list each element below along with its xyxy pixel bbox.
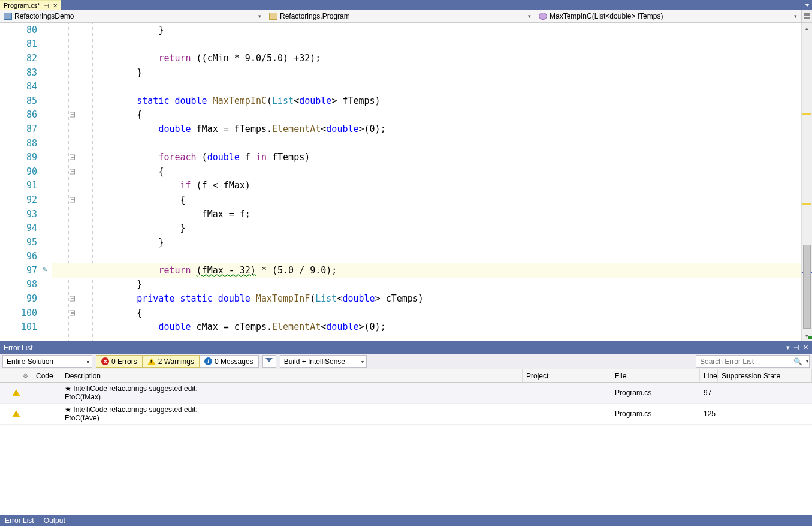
col-project[interactable]: Project	[523, 369, 611, 382]
line-number: 87	[0, 122, 52, 136]
fold-icon[interactable]	[70, 112, 75, 118]
scrollbar[interactable]: ▴ ▾	[801, 23, 812, 341]
code-line[interactable]: }	[52, 23, 801, 37]
code-line[interactable]	[52, 136, 801, 151]
code-line[interactable]: private static double MaxTempInF(List<do…	[52, 291, 801, 306]
error-list-toolbar: Entire Solution ▾ ✕ 0 Errors 2 Warnings …	[0, 354, 812, 369]
tab-overflow[interactable]	[805, 0, 812, 10]
scroll-up-icon[interactable]: ▴	[802, 23, 812, 33]
code-line[interactable]: double fMax = fTemps.ElementAt<double>(0…	[52, 122, 801, 136]
line-number: 92	[0, 193, 52, 207]
pin-icon[interactable]: ⊣	[44, 2, 49, 9]
line-number: 97✎	[0, 263, 52, 278]
code-line[interactable]: static double MaxTempInC(List<double> fT…	[52, 94, 801, 108]
line-number: 80	[0, 23, 52, 37]
error-search[interactable]: 🔍 ▾	[696, 355, 810, 368]
file-tab-program[interactable]: Program.cs* ⊣ ✕	[0, 0, 61, 10]
fold-icon[interactable]	[70, 155, 75, 160]
tab-output[interactable]: Output	[39, 516, 70, 525]
code-line[interactable]: {	[52, 108, 801, 122]
code-line[interactable]: }	[52, 221, 801, 235]
namespace-dropdown[interactable]: RefactoringsDemo ▾	[0, 10, 265, 22]
code-line[interactable]: if (f < fMax)	[52, 179, 801, 193]
error-row[interactable]: ★ IntelliCode refactorings suggested edi…	[0, 404, 812, 425]
code-line[interactable]: {	[52, 193, 801, 207]
file-tab-label: Program.cs*	[4, 2, 40, 9]
col-code[interactable]: Code	[32, 369, 61, 382]
line-number: 101	[0, 320, 52, 334]
warnings-filter-button[interactable]: 2 Warnings	[143, 355, 200, 368]
fold-icon[interactable]	[70, 296, 75, 302]
error-file: Program.cs	[611, 387, 700, 399]
filter-button[interactable]	[262, 355, 276, 368]
line-number: 93	[0, 207, 52, 221]
line-number: 82	[0, 51, 52, 65]
col-description[interactable]: Description	[61, 369, 523, 382]
code-line[interactable]	[52, 250, 801, 264]
code-line[interactable]: }	[52, 235, 801, 250]
split-toggle[interactable]	[801, 10, 812, 22]
line-number: 90	[0, 164, 52, 179]
col-icon[interactable]: ⚙	[0, 369, 32, 382]
line-number: 99	[0, 291, 52, 306]
code-editor[interactable]: 808182838485868788899091929394959697✎989…	[0, 23, 812, 341]
method-dropdown[interactable]: MaxTempInC(List<double> fTemps) ▾	[535, 10, 801, 22]
messages-filter-button[interactable]: i 0 Messages	[200, 355, 259, 368]
window-menu-icon[interactable]: ▾	[786, 344, 790, 351]
info-icon: i	[204, 357, 212, 365]
warning-icon	[12, 389, 20, 396]
chevron-down-icon: ▾	[528, 13, 531, 19]
code-area[interactable]: } return ((cMin * 9.0/5.0) +32); } stati…	[52, 23, 801, 341]
error-row[interactable]: ★ IntelliCode refactorings suggested edi…	[0, 383, 812, 404]
line-number: 88	[0, 136, 52, 151]
scope-label: Entire Solution	[7, 357, 53, 366]
code-line[interactable]: {	[52, 164, 801, 179]
col-line[interactable]: Line	[700, 369, 718, 382]
csharp-icon	[4, 13, 12, 20]
code-line[interactable]: {	[52, 306, 801, 320]
code-line[interactable]: return (fMax - 32) * (5.0 / 9.0);	[52, 263, 801, 278]
error-list-title: Error List	[4, 344, 33, 352]
build-mode-dropdown[interactable]: Build + IntelliSense ▾	[280, 355, 367, 368]
close-icon[interactable]: ✕	[53, 2, 58, 9]
chevron-down-icon: ▾	[258, 13, 261, 19]
code-line[interactable]	[52, 79, 801, 94]
error-grid-header: ⚙ Code Description Project File Line Sup…	[0, 369, 812, 383]
col-file[interactable]: File	[611, 369, 700, 382]
error-project	[523, 391, 611, 395]
errors-filter-button[interactable]: ✕ 0 Errors	[96, 355, 143, 368]
class-dropdown[interactable]: Refactorings.Program ▾	[265, 10, 535, 22]
chevron-down-icon: ▾	[806, 359, 808, 364]
line-number: 81	[0, 37, 52, 52]
code-line[interactable]: fMax = f;	[52, 207, 801, 221]
window-pin-icon[interactable]: ⊣	[793, 344, 799, 351]
warning-icon	[147, 358, 156, 365]
window-close-icon[interactable]: ✕	[803, 344, 808, 351]
tab-error-list[interactable]: Error List	[0, 516, 39, 525]
code-line[interactable]	[52, 37, 801, 52]
line-number: 85	[0, 94, 52, 108]
scroll-thumb[interactable]	[803, 245, 811, 329]
fold-icon[interactable]	[70, 310, 75, 315]
line-number: 84	[0, 79, 52, 94]
document-tab-bar: Program.cs* ⊣ ✕	[0, 0, 812, 10]
code-line[interactable]: double cMax = cTemps.ElementAt<double>(0…	[52, 320, 801, 334]
error-list-panel: Error List ▾ ⊣ ✕ Entire Solution ▾ ✕ 0 E…	[0, 341, 812, 515]
line-number: 98	[0, 278, 52, 292]
code-line[interactable]: return ((cMin * 9.0/5.0) +32);	[52, 51, 801, 65]
warnings-count-label: 2 Warnings	[158, 357, 194, 366]
code-line[interactable]: }	[52, 278, 801, 292]
line-number: 95	[0, 235, 52, 250]
code-line[interactable]: foreach (double f in fTemps)	[52, 150, 801, 164]
code-line[interactable]: }	[52, 65, 801, 80]
scroll-down-icon[interactable]: ▾	[802, 330, 812, 341]
gutter: 808182838485868788899091929394959697✎989…	[0, 23, 52, 341]
method-icon	[539, 13, 547, 20]
svg-rect-1	[804, 17, 810, 19]
fold-icon[interactable]	[70, 169, 75, 174]
col-suppression[interactable]: Suppression State	[718, 369, 812, 382]
search-icon: 🔍	[793, 357, 802, 366]
error-search-input[interactable]	[700, 357, 790, 366]
scope-dropdown[interactable]: Entire Solution ▾	[2, 355, 92, 368]
fold-icon[interactable]	[70, 197, 75, 202]
